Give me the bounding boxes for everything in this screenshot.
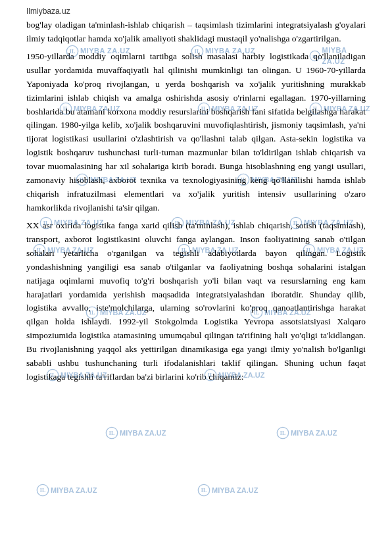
svg-text:IL: IL — [40, 488, 45, 493]
main-content: bog'lay oladigan ta'minlash-ishlab chiqa… — [26, 18, 366, 384]
svg-point-36 — [106, 427, 117, 438]
site-label: Ilmiybaza.uz — [26, 7, 366, 16]
svg-point-42 — [198, 484, 209, 495]
wm-overlay-16: IL MIYBA ZA.UZ — [197, 484, 258, 497]
paragraph-2: 1950-yillarda moddiy oqimlarni tartibga … — [26, 50, 366, 215]
svg-text:IL: IL — [201, 488, 207, 493]
paragraph-3: XX asr oxirida logistika fanga xarid qil… — [26, 219, 366, 384]
wm-overlay-13: IL MIYBA ZA.UZ — [105, 426, 166, 440]
svg-text:IL: IL — [280, 430, 285, 436]
paragraph-1: bog'lay oladigan ta'minlash-ishlab chiqa… — [26, 18, 366, 46]
svg-point-38 — [277, 427, 288, 438]
svg-text:IL: IL — [109, 430, 114, 436]
page: Ilmiybaza.uz bog'lay oladigan ta'minlash… — [0, 0, 392, 554]
wm-overlay-15: IL MIYBA ZA.UZ — [36, 484, 97, 497]
svg-point-40 — [37, 484, 48, 495]
wm-overlay-14: IL MIYBA ZA.UZ — [276, 426, 337, 440]
